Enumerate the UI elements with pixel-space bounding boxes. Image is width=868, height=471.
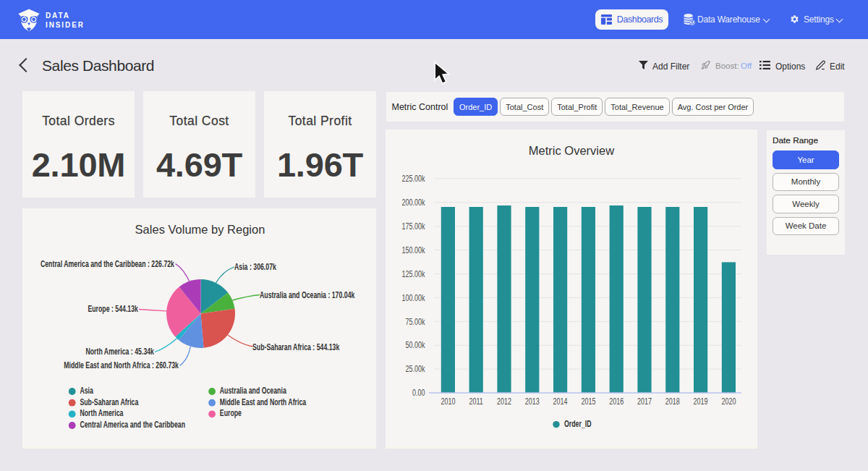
svg-text:2010: 2010	[441, 396, 455, 407]
svg-text:225.00k: 225.00k	[402, 174, 426, 184]
svg-text:Metric Overview: Metric Overview	[529, 144, 614, 157]
svg-text:0.00: 0.00	[412, 388, 425, 398]
svg-text:2015: 2015	[581, 396, 595, 407]
svg-text:North America : 45.34k: North America : 45.34k	[85, 347, 154, 357]
svg-text:200.00k: 200.00k	[402, 198, 426, 208]
svg-text:2011: 2011	[469, 396, 483, 407]
svg-text:2014: 2014	[553, 396, 568, 407]
svg-text:Sales Volume by Region: Sales Volume by Region	[135, 223, 265, 236]
svg-text:Central America and the Caribb: Central America and the Caribbean : 226.…	[41, 258, 174, 268]
svg-text:North America: North America	[80, 408, 123, 418]
svg-text:2013: 2013	[525, 396, 540, 407]
svg-text:Australia and Oceania : 170.04: Australia and Oceania : 170.04k	[260, 289, 355, 300]
svg-text:Sub-Saharan Africa: Sub-Saharan Africa	[80, 396, 138, 407]
svg-text:2016: 2016	[609, 396, 624, 407]
svg-text:50.00k: 50.00k	[406, 340, 426, 350]
svg-text:175.00k: 175.00k	[402, 221, 426, 232]
svg-text:2018: 2018	[665, 396, 680, 407]
svg-text:2012: 2012	[497, 396, 511, 407]
svg-text:Sub-Saharan Africa : 544.13k: Sub-Saharan Africa : 544.13k	[252, 341, 339, 352]
svg-text:75.00k: 75.00k	[406, 316, 426, 326]
svg-text:Europe : 544.13k: Europe : 544.13k	[88, 304, 138, 314]
svg-text:Middle East and North Africa :: Middle East and North Africa : 260.73k	[64, 360, 179, 370]
svg-text:Asia : 306.07k: Asia : 306.07k	[234, 262, 276, 272]
svg-text:Middle East and North Africa: Middle East and North Africa	[220, 396, 306, 407]
svg-text:150.00k: 150.00k	[402, 245, 426, 255]
svg-text:Australia and Oceania: Australia and Oceania	[220, 385, 286, 395]
svg-text:25.00k: 25.00k	[406, 364, 426, 374]
svg-text:Europe: Europe	[220, 408, 242, 418]
svg-text:100.00k: 100.00k	[402, 292, 426, 302]
svg-text:Central America and the Caribb: Central America and the Caribbean	[80, 419, 185, 429]
svg-text:2020: 2020	[721, 396, 736, 407]
svg-text:2017: 2017	[637, 396, 652, 407]
svg-text:2019: 2019	[694, 396, 708, 407]
svg-text:125.00k: 125.00k	[402, 268, 426, 279]
svg-text:Order_ID: Order_ID	[564, 418, 592, 428]
svg-text:Asia: Asia	[80, 385, 93, 395]
